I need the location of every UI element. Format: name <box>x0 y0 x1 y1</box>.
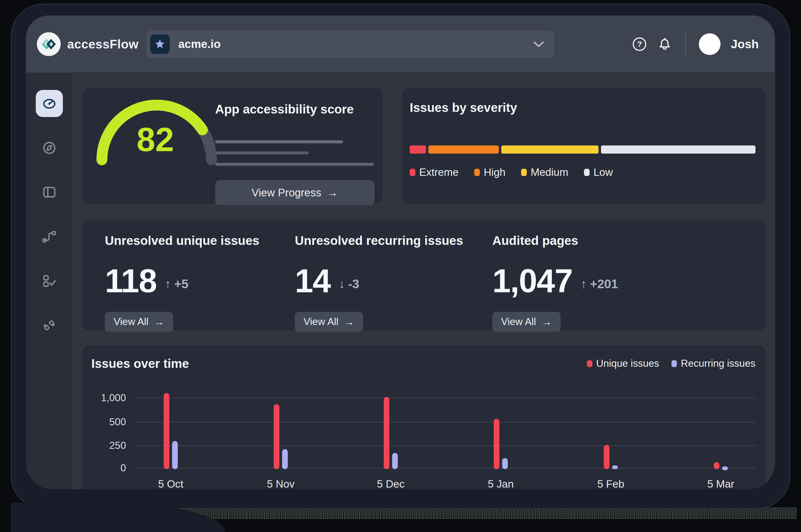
sidebar-item-dashboard[interactable] <box>36 90 63 117</box>
plug-icon <box>41 318 57 334</box>
sidebar-item-integrations[interactable] <box>36 312 63 339</box>
delta-value: -3 <box>348 277 359 291</box>
delta-value: +201 <box>590 277 618 291</box>
app-body: 82 App accessibility score View Progress… <box>26 73 775 489</box>
sidebar-item-pages[interactable] <box>36 179 63 206</box>
severity-segment-extreme <box>410 146 426 154</box>
y-axis-labels: 1,0005002500 <box>91 398 126 489</box>
stat-title: Unresolved unique issues <box>105 233 295 248</box>
help-button[interactable]: ? <box>632 37 647 52</box>
severity-legend-item: Medium <box>521 166 568 178</box>
compass-icon <box>41 140 57 156</box>
unique-issues-bar-5-Mar <box>714 462 720 469</box>
severity-legend-item: Low <box>584 166 613 178</box>
severity-card-title: Issues by severity <box>410 100 756 115</box>
main-content: 82 App accessibility score View Progress… <box>73 73 775 489</box>
star-icon <box>154 38 166 50</box>
brand-name: accessFlow <box>67 37 138 52</box>
stat-row: 1,047↑+201 <box>492 262 766 300</box>
issues-over-time-card: Issues over time Unique issuesRecurring … <box>82 345 766 489</box>
stat-value: 1,047 <box>492 262 572 300</box>
gridline <box>137 422 756 422</box>
recurring-issues-bar-5-Jan <box>502 458 508 469</box>
top-bar: accessFlow acme.io ? <box>26 16 775 73</box>
stat-delta: ↓-3 <box>339 277 359 291</box>
project-name: acme.io <box>178 38 221 51</box>
user-name: Josh <box>731 37 759 51</box>
top-bar-divider <box>685 31 686 57</box>
stat-column-0: Unresolved unique issues118↑+5View All→ <box>105 233 295 332</box>
sidebar-item-checks[interactable] <box>36 268 63 295</box>
gridline <box>137 468 756 469</box>
shadow-noise-band <box>152 507 797 519</box>
avatar[interactable] <box>699 33 721 55</box>
sidebar-item-explore[interactable] <box>36 134 63 162</box>
severity-segment-medium <box>501 146 599 154</box>
brand-logo <box>37 32 61 56</box>
legend-label: Medium <box>530 166 568 178</box>
delta-direction-icon: ↑ <box>165 277 171 291</box>
recurring-issues-bar-5-Oct <box>172 441 178 469</box>
unique-issues-bar-5-Nov <box>274 404 279 469</box>
unique-issues-bar-5-Jan <box>494 419 499 469</box>
app-surface: accessFlow acme.io ? <box>26 16 775 489</box>
recurring-issues-bar-5-Dec <box>392 453 398 469</box>
x-tick-label: 5 Oct <box>144 478 198 489</box>
view-progress-button[interactable]: View Progress → <box>215 180 374 205</box>
legend-swatch <box>587 360 592 367</box>
severity-segment-high <box>428 146 499 154</box>
view-all-label: View All <box>303 316 338 327</box>
view-progress-label: View Progress <box>252 187 321 199</box>
bell-icon <box>657 37 672 52</box>
accessflow-logo-icon <box>41 36 57 52</box>
stat-title: Unresolved recurring issues <box>295 233 492 248</box>
project-selector[interactable]: acme.io <box>146 31 554 58</box>
skeleton-line <box>215 151 309 154</box>
view-all-button[interactable]: View All→ <box>105 312 173 332</box>
x-tick-label: 5 Feb <box>584 478 638 489</box>
y-tick-label: 500 <box>109 416 126 428</box>
y-tick-label: 250 <box>109 440 126 451</box>
legend-swatch <box>521 169 527 176</box>
project-favicon-tile <box>150 34 170 54</box>
view-all-label: View All <box>501 316 536 327</box>
legend-label: Recurring issues <box>681 358 756 369</box>
x-tick-label: 5 Nov <box>254 478 308 489</box>
delta-direction-icon: ↑ <box>580 277 586 291</box>
view-all-label: View All <box>114 316 149 327</box>
view-all-button[interactable]: View All→ <box>295 312 363 332</box>
unique-issues-bar-5-Feb <box>604 445 610 469</box>
legend-swatch <box>671 360 677 367</box>
flow-icon <box>41 229 57 245</box>
skeleton-line <box>215 140 343 143</box>
recurring-issues-bar-5-Mar <box>722 467 728 470</box>
stat-column-1: Unresolved recurring issues14↓-3View All… <box>295 233 492 332</box>
chart-legend: Unique issuesRecurring issues <box>587 358 756 369</box>
stats-card: Unresolved unique issues118↑+5View All→U… <box>82 218 766 331</box>
legend-label: Unique issues <box>596 358 659 369</box>
score-value: 82 <box>92 120 219 159</box>
sidebar-item-flows[interactable] <box>36 223 63 250</box>
chart-plot: 5 Oct5 Nov5 Dec5 Jan5 Feb5 Mar <box>137 398 756 479</box>
arrow-right-icon: → <box>541 316 552 328</box>
legend-label: Extreme <box>419 166 459 178</box>
unique-issues-bar-5-Oct <box>164 393 169 469</box>
legend-label: High <box>484 166 505 178</box>
chevron-down-icon <box>534 41 544 49</box>
view-all-button[interactable]: View All→ <box>492 312 561 332</box>
stat-title: Audited pages <box>492 233 766 248</box>
legend-swatch <box>584 169 590 176</box>
chart-legend-item: Unique issues <box>587 358 659 369</box>
layout-icon <box>41 185 57 200</box>
severity-legend: ExtremeHighMediumLow <box>410 166 613 178</box>
gridline <box>137 398 756 398</box>
stat-column-2: Audited pages1,047↑+201View All→ <box>492 233 766 332</box>
legend-swatch <box>410 169 415 176</box>
notifications-button[interactable] <box>657 37 672 52</box>
x-tick-label: 5 Mar <box>694 478 748 489</box>
severity-legend-item: Extreme <box>410 166 459 178</box>
legend-label: Low <box>593 166 613 178</box>
score-gauge: 82 <box>92 95 219 169</box>
y-tick-label: 0 <box>120 462 126 474</box>
severity-stacked-bar <box>410 146 756 154</box>
